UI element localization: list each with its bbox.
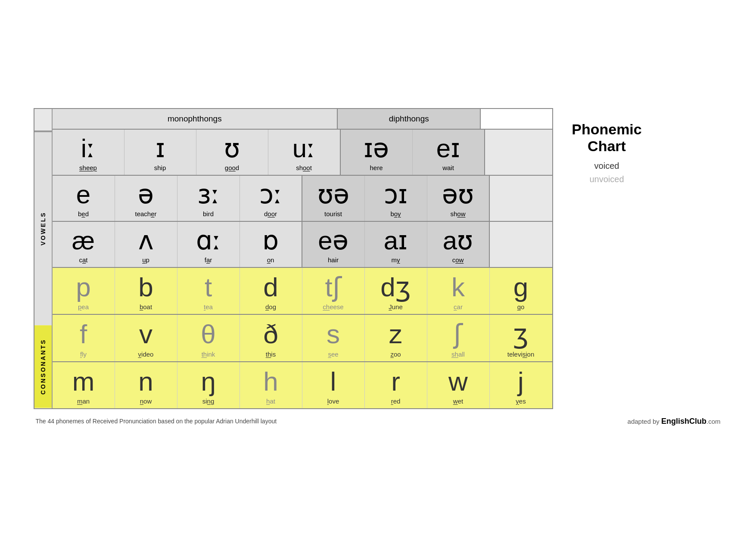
cell-ə: ə teacher <box>115 176 177 221</box>
cell-g: g go <box>490 268 552 314</box>
cell-empty-r3 <box>490 222 552 267</box>
cell-eə: eə hair <box>302 222 365 267</box>
diphthongs-header: diphthongs <box>338 109 481 129</box>
top-section: VOWELS CONSONANTS monophthongs diphthong… <box>34 108 723 409</box>
main-grid: monophthongs diphthongs iː sheep ɪ <box>53 109 552 408</box>
top-header-row: monophthongs diphthongs <box>53 109 552 130</box>
cell-iː: iː sheep <box>53 130 124 175</box>
cell-ʃ: ʃ shall <box>427 315 490 361</box>
cell-ʊ: ʊ good <box>196 130 268 175</box>
cell-empty-r2 <box>490 176 552 221</box>
cell-əʊ: əʊ show <box>427 176 490 221</box>
cell-h: h hat <box>240 362 302 408</box>
cell-dʒ: dʒ June <box>365 268 427 314</box>
cell-ɔɪ: ɔɪ boy <box>365 176 427 221</box>
cell-ʌ: ʌ up <box>115 222 177 267</box>
cell-aɪ: aɪ my <box>365 222 427 267</box>
cell-ʒ: ʒ television <box>490 315 552 361</box>
vowel-row-3: æ cat ʌ up ɑː far ɒ on <box>53 222 552 268</box>
cell-s: s see <box>302 315 365 361</box>
cell-ɪə: ɪə here <box>341 130 413 175</box>
cell-j: j yes <box>490 362 552 408</box>
chart: VOWELS CONSONANTS monophthongs diphthong… <box>34 108 553 409</box>
chart-title: Phonemic Chart <box>572 121 641 155</box>
cell-tʃ: tʃ cheese <box>302 268 365 314</box>
header-empty <box>481 109 552 129</box>
monophthongs-header: monophthongs <box>53 109 338 129</box>
vowel-row-2: e bed ə teacher ɜː bird ɔː door <box>53 176 552 222</box>
consonant-row-2: f fly v video θ think ð this <box>53 315 552 362</box>
cell-ŋ: ŋ sing <box>177 362 240 408</box>
cell-aʊ: aʊ cow <box>427 222 490 267</box>
cell-k: k car <box>427 268 490 314</box>
cell-ɜː: ɜː bird <box>177 176 240 221</box>
footer: The 44 phonemes of Received Pronunciatio… <box>34 417 723 426</box>
cell-ð: ð this <box>240 315 302 361</box>
voiced-label: voiced <box>594 161 619 171</box>
cell-r: r red <box>365 362 427 408</box>
footer-brand: adapted by EnglishClub.com <box>628 417 721 426</box>
cell-æ: æ cat <box>53 222 115 267</box>
vowels-label: VOWELS <box>34 131 52 325</box>
cell-ɪ: ɪ ship <box>124 130 196 175</box>
unvoiced-label: unvoiced <box>589 174 624 184</box>
consonants-label: CONSONANTS <box>34 325 52 408</box>
row-labels: VOWELS CONSONANTS <box>34 109 53 408</box>
footer-note: The 44 phonemes of Received Pronunciatio… <box>36 418 277 425</box>
cell-ɔː: ɔː door <box>240 176 302 221</box>
cell-ɒ: ɒ on <box>240 222 302 267</box>
cell-e: e bed <box>53 176 115 221</box>
cell-w: w wet <box>427 362 490 408</box>
cell-uː: uː shoot <box>268 130 341 175</box>
cell-ɑː: ɑː far <box>177 222 240 267</box>
consonant-row-3: m man n now ŋ sing h hat <box>53 362 552 408</box>
cell-eɪ: eɪ wait <box>413 130 485 175</box>
cell-z: z zoo <box>365 315 427 361</box>
cell-m: m man <box>53 362 115 408</box>
cell-ʊə: ʊə tourist <box>302 176 365 221</box>
header-spacer <box>34 109 52 131</box>
cell-d: d dog <box>240 268 302 314</box>
cell-empty-r1 <box>485 130 552 175</box>
page-wrapper: VOWELS CONSONANTS monophthongs diphthong… <box>34 108 723 425</box>
cell-t: t tea <box>177 268 240 314</box>
cell-l: l love <box>302 362 365 408</box>
cell-n: n now <box>115 362 177 408</box>
legend: Phonemic Chart voiced unvoiced <box>562 108 652 184</box>
cell-f: f fly <box>53 315 115 361</box>
cell-v: v video <box>115 315 177 361</box>
cell-b: b boat <box>115 268 177 314</box>
consonant-row-1: p pea b boat t tea d dog <box>53 268 552 315</box>
cell-p: p pea <box>53 268 115 314</box>
cell-θ: θ think <box>177 315 240 361</box>
vowel-row-1: iː sheep ɪ ship ʊ good uː shoot <box>53 130 552 176</box>
